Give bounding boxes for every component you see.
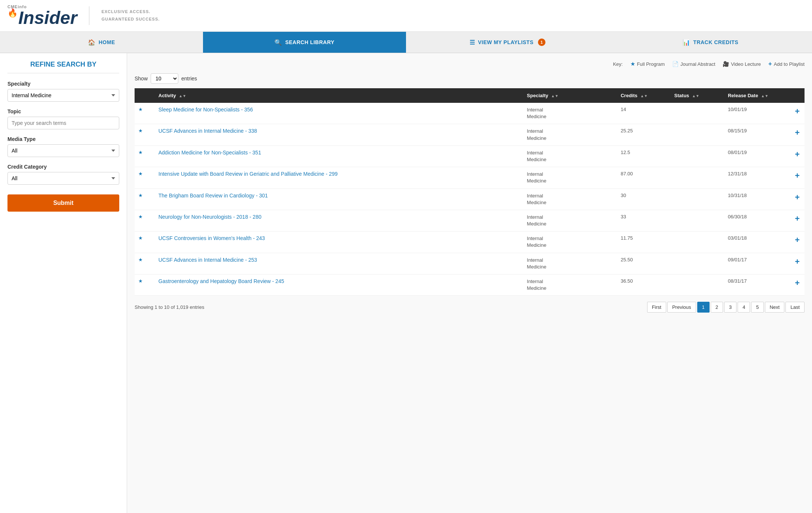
pagination-row: Showing 1 to 10 of 1,019 entries First P… <box>135 302 805 313</box>
row-activity-5: Neurology for Non-Neurologists - 2018 - … <box>155 210 523 231</box>
row-add-1: + <box>791 124 805 145</box>
key-full-program: ★ Full Program <box>630 61 665 67</box>
page-4-button[interactable]: 4 <box>738 302 750 313</box>
row-add-2: + <box>791 145 805 167</box>
nav-home[interactable]: 🏠 HOME <box>0 32 203 53</box>
row-status-3 <box>671 167 724 188</box>
activity-link-2[interactable]: Addiction Medicine for Non-Specialists -… <box>159 150 261 156</box>
pagination-buttons: First Previous 1 2 3 4 5 Next Last <box>647 302 805 313</box>
add-to-playlist-button-7[interactable]: + <box>795 257 800 266</box>
th-credits-label: Credits <box>621 93 637 98</box>
th-specialty-label: Specialty <box>527 93 548 98</box>
activity-sort-icon: ▲▼ <box>179 94 186 98</box>
row-credits-4: 30 <box>617 188 670 210</box>
th-specialty[interactable]: Specialty ▲▼ <box>523 88 617 103</box>
row-date-2: 08/01/19 <box>724 145 791 167</box>
key-video-lecture-label: Video Lecture <box>731 61 761 67</box>
video-icon: 🎥 <box>723 61 729 67</box>
last-page-button[interactable]: Last <box>785 302 805 313</box>
activity-link-3[interactable]: Intensive Update with Board Review in Ge… <box>159 171 338 177</box>
row-date-3: 12/31/18 <box>724 167 791 188</box>
previous-page-button[interactable]: Previous <box>667 302 696 313</box>
add-to-playlist-button-1[interactable]: + <box>795 128 800 137</box>
nav-playlists[interactable]: ☰ VIEW MY PLAYLISTS 1 <box>406 32 609 53</box>
activity-link-6[interactable]: UCSF Controversies in Women's Health - 2… <box>159 235 265 241</box>
submit-button[interactable]: Submit <box>7 194 119 212</box>
sidebar-title: REFINE SEARCH BY <box>7 61 119 73</box>
main-content: REFINE SEARCH BY Specialty Internal Medi… <box>0 53 812 513</box>
page-5-button[interactable]: 5 <box>751 302 763 313</box>
search-icon: 🔍 <box>274 39 282 46</box>
table-header-row: Activity ▲▼ Specialty ▲▼ Credits ▲▼ Stat… <box>135 88 805 103</box>
row-activity-1: UCSF Advances in Internal Medicine - 338 <box>155 124 523 145</box>
activity-link-8[interactable]: Gastroenterology and Hepatology Board Re… <box>159 278 284 284</box>
row-status-5 <box>671 210 724 231</box>
logo-area: CMEinfo 🔥 Insider EXCLUSIVE ACCESS.GUARA… <box>7 4 160 27</box>
show-entries-row: Show 10 25 50 100 entries <box>135 73 805 84</box>
date-sort-icon: ▲▼ <box>761 94 769 98</box>
topic-group: Topic <box>7 108 119 129</box>
media-type-group: Media Type All Video Lecture Journal Abs… <box>7 136 119 157</box>
page-2-button[interactable]: 2 <box>711 302 723 313</box>
table-row: ★ UCSF Controversies in Women's Health -… <box>135 231 805 253</box>
nav-credits[interactable]: 📊 TRACK CREDITS <box>609 32 812 53</box>
add-to-playlist-button-6[interactable]: + <box>795 235 800 245</box>
activity-link-5[interactable]: Neurology for Non-Neurologists - 2018 - … <box>159 214 261 220</box>
add-to-playlist-button-4[interactable]: + <box>795 193 800 202</box>
th-activity[interactable]: Activity ▲▼ <box>155 88 523 103</box>
page-3-button[interactable]: 3 <box>724 302 736 313</box>
th-date[interactable]: Release Date ▲▼ <box>724 88 791 103</box>
add-to-playlist-button-3[interactable]: + <box>795 171 800 180</box>
row-status-8 <box>671 274 724 296</box>
activity-link-4[interactable]: The Brigham Board Review in Cardiology -… <box>159 193 268 199</box>
row-add-4: + <box>791 188 805 210</box>
table-row: ★ Sleep Medicine for Non-Specialists - 3… <box>135 103 805 124</box>
credit-category-select[interactable]: All AMA PRA Category 1 MOC <box>7 172 119 185</box>
row-star-7: ★ <box>135 253 155 274</box>
journal-icon: 📄 <box>672 61 679 67</box>
row-add-8: + <box>791 274 805 296</box>
nav-search-label: SEARCH LIBRARY <box>285 39 335 45</box>
logo-flame: 🔥 <box>7 9 18 17</box>
row-star-2: ★ <box>135 145 155 167</box>
page-1-button[interactable]: 1 <box>697 302 710 313</box>
media-type-select[interactable]: All Video Lecture Journal Abstract Full … <box>7 144 119 157</box>
navigation: 🏠 HOME 🔍 SEARCH LIBRARY ☰ VIEW MY PLAYLI… <box>0 32 812 53</box>
media-type-label: Media Type <box>7 136 119 142</box>
row-specialty-6: InternalMedicine <box>523 231 617 253</box>
th-credits[interactable]: Credits ▲▼ <box>617 88 670 103</box>
add-to-playlist-button-5[interactable]: + <box>795 214 800 223</box>
next-page-button[interactable]: Next <box>765 302 785 313</box>
specialty-group: Specialty Internal Medicine Cardiology N… <box>7 81 119 102</box>
credit-category-group: Credit Category All AMA PRA Category 1 M… <box>7 164 119 185</box>
nav-search[interactable]: 🔍 SEARCH LIBRARY <box>203 32 406 53</box>
add-to-playlist-button-8[interactable]: + <box>795 278 800 288</box>
activity-link-1[interactable]: UCSF Advances in Internal Medicine - 338 <box>159 128 257 134</box>
row-add-3: + <box>791 167 805 188</box>
activity-link-7[interactable]: UCSF Advances in Internal Medicine - 253 <box>159 257 257 263</box>
row-credits-3: 87.00 <box>617 167 670 188</box>
row-add-7: + <box>791 253 805 274</box>
add-to-playlist-button-0[interactable]: + <box>795 107 800 116</box>
specialty-select[interactable]: Internal Medicine Cardiology Neurology O… <box>7 89 119 102</box>
row-date-5: 06/30/18 <box>724 210 791 231</box>
row-date-6: 03/01/18 <box>724 231 791 253</box>
row-activity-6: UCSF Controversies in Women's Health - 2… <box>155 231 523 253</box>
activity-link-0[interactable]: Sleep Medicine for Non-Specialists - 356 <box>159 107 253 113</box>
table-row: ★ Addiction Medicine for Non-Specialists… <box>135 145 805 167</box>
add-to-playlist-button-2[interactable]: + <box>795 150 800 159</box>
row-date-4: 10/31/18 <box>724 188 791 210</box>
logo-tagline: EXCLUSIVE ACCESS.GUARANTEED SUCCESS. <box>101 8 160 23</box>
th-status[interactable]: Status ▲▼ <box>671 88 724 103</box>
table-row: ★ UCSF Advances in Internal Medicine - 3… <box>135 124 805 145</box>
activity-table: Activity ▲▼ Specialty ▲▼ Credits ▲▼ Stat… <box>135 88 805 296</box>
row-credits-1: 25.25 <box>617 124 670 145</box>
key-journal-abstract: 📄 Journal Abstract <box>672 61 715 67</box>
row-specialty-8: InternalMedicine <box>523 274 617 296</box>
row-credits-7: 25.50 <box>617 253 670 274</box>
topic-input[interactable] <box>7 117 119 129</box>
key-full-program-label: Full Program <box>637 61 665 67</box>
credit-category-label: Credit Category <box>7 164 119 170</box>
entries-select[interactable]: 10 25 50 100 <box>151 73 178 84</box>
first-page-button[interactable]: First <box>647 302 666 313</box>
